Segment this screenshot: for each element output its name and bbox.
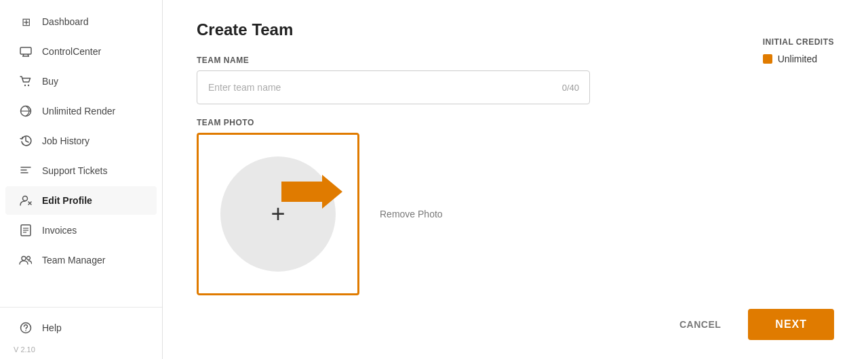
sidebar-item-job-history[interactable]: Job History	[5, 127, 157, 155]
svg-point-17	[22, 257, 26, 261]
team-photo-label: TEAM PHOTO	[197, 118, 834, 127]
sidebar-item-edit-profile[interactable]: Edit Profile	[5, 186, 157, 215]
tickets-icon	[19, 164, 33, 177]
sidebar-item-label: Unlimited Render	[42, 106, 115, 117]
render-icon	[19, 104, 33, 118]
svg-point-4	[24, 85, 26, 86]
sidebar-item-team-manager[interactable]: Team Manager	[5, 246, 157, 274]
monitor-icon	[19, 45, 33, 58]
credits-title: INITIAL CREDITS	[763, 37, 834, 47]
team-name-label: TEAM NAME	[197, 56, 834, 65]
sidebar-item-label: Edit Profile	[42, 195, 92, 206]
main-content: Create Team TEAM NAME 0/40 TEAM PHOTO + …	[163, 0, 868, 359]
team-icon	[19, 253, 33, 267]
version-label: V 2.10	[0, 343, 162, 359]
grid-icon	[19, 15, 33, 28]
svg-point-10	[23, 196, 28, 201]
team-photo-section: TEAM PHOTO + Remove Photo	[197, 118, 834, 295]
sidebar-item-label: Dashboard	[42, 16, 89, 27]
sidebar-item-help[interactable]: Help	[5, 314, 157, 342]
sidebar: Dashboard ControlCenter Buy Unlimited Re…	[0, 0, 163, 359]
credits-option: Unlimited	[778, 54, 817, 64]
sidebar-item-label: Invoices	[42, 225, 77, 236]
char-count: 0/40	[562, 83, 579, 93]
cancel-button[interactable]: CANCEL	[669, 312, 732, 337]
sidebar-item-buy[interactable]: Buy	[5, 67, 157, 96]
sidebar-item-label: Help	[42, 322, 62, 333]
history-icon	[19, 134, 33, 148]
credits-row: Unlimited	[763, 54, 834, 64]
invoices-icon	[19, 224, 33, 237]
remove-photo-button[interactable]: Remove Photo	[380, 209, 443, 219]
photo-row: + Remove Photo	[197, 133, 834, 295]
cart-icon	[19, 75, 33, 88]
help-icon	[19, 321, 33, 335]
credits-panel: INITIAL CREDITS Unlimited	[763, 37, 834, 64]
bottom-actions: CANCEL NEXT	[669, 309, 834, 340]
sidebar-item-invoices[interactable]: Invoices	[5, 216, 157, 245]
sidebar-item-label: Buy	[42, 76, 58, 87]
page-title: Create Team	[197, 20, 834, 39]
sidebar-item-unlimited-render[interactable]: Unlimited Render	[5, 97, 157, 125]
team-name-input[interactable]	[197, 70, 590, 104]
svg-point-5	[28, 85, 29, 86]
plus-icon: +	[271, 202, 285, 226]
sidebar-item-controlcenter[interactable]: ControlCenter	[5, 37, 157, 66]
svg-point-20	[25, 330, 26, 331]
sidebar-bottom: Help V 2.10	[0, 307, 162, 359]
sidebar-item-dashboard[interactable]: Dashboard	[5, 7, 157, 36]
sidebar-item-label: Job History	[42, 135, 90, 146]
credits-dot	[763, 54, 772, 64]
photo-upload-box[interactable]: +	[197, 133, 359, 295]
svg-rect-0	[20, 47, 31, 54]
sidebar-item-label: Team Manager	[42, 255, 105, 266]
sidebar-item-label: ControlCenter	[42, 46, 101, 57]
photo-circle: +	[220, 156, 336, 272]
next-button[interactable]: NEXT	[748, 309, 834, 340]
sidebar-item-support-tickets[interactable]: Support Tickets	[5, 156, 157, 185]
team-name-wrapper: 0/40	[197, 70, 590, 104]
profile-icon	[19, 194, 33, 207]
sidebar-item-label: Support Tickets	[42, 165, 108, 176]
svg-point-18	[27, 257, 31, 260]
